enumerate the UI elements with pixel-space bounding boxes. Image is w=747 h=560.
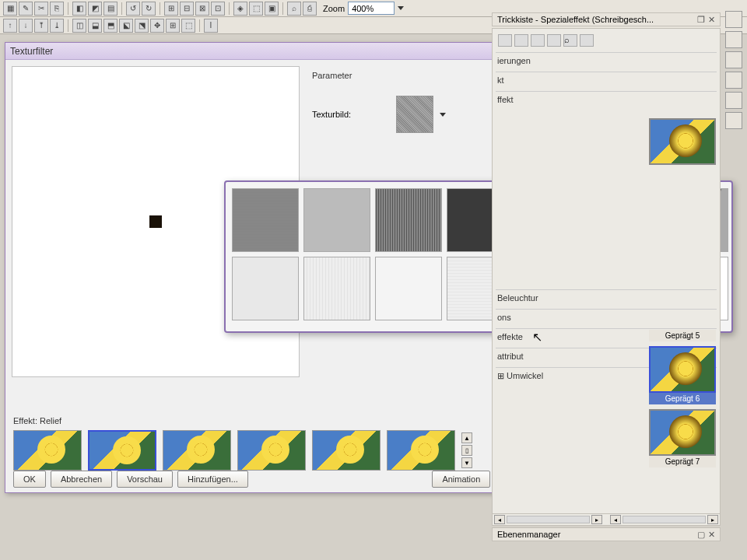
- dialog-button-row: OK Abbrechen Vorschau Hinzufügen... Anim…: [13, 471, 561, 488]
- tool-icon[interactable]: ⌕: [287, 2, 301, 16]
- scroll-up-icon[interactable]: ▲: [461, 432, 472, 443]
- scroll-track[interactable]: [622, 516, 706, 523]
- tool-icon[interactable]: ✥: [150, 19, 164, 33]
- panel-icon[interactable]: [725, 11, 742, 28]
- preset-thumb[interactable]: Geprägt 7: [649, 409, 716, 467]
- effect-strip: ▲ ▯ ▼: [13, 430, 561, 471]
- side-tab[interactable]: [580, 34, 594, 47]
- right-icon-stack: [725, 11, 745, 129]
- tool-icon[interactable]: ▤: [103, 2, 117, 16]
- tool-icon[interactable]: ⊞: [164, 2, 178, 16]
- tool-icon[interactable]: ⬚: [181, 19, 195, 33]
- texture-option[interactable]: [232, 257, 299, 320]
- tool-icon[interactable]: ◩: [88, 2, 102, 16]
- tool-icon[interactable]: ⬕: [119, 19, 133, 33]
- scroll-right-icon[interactable]: ▸: [591, 515, 602, 524]
- ebenen-title-text: Ebenenmanager: [497, 530, 560, 539]
- panel-section[interactable]: ffekt: [496, 91, 717, 107]
- tool-icon[interactable]: ⊞: [166, 19, 180, 33]
- tool-icon[interactable]: ✂: [34, 2, 48, 16]
- dialog-titlebar[interactable]: Texturfilter ✕: [5, 43, 569, 60]
- side-tab[interactable]: [531, 34, 545, 47]
- side-panel-scrollbar[interactable]: ◂ ▸ ◂ ▸: [492, 513, 721, 526]
- tool-icon[interactable]: ⤓: [50, 19, 64, 33]
- tool-icon[interactable]: ⎘: [50, 2, 64, 16]
- chevron-down-icon[interactable]: [398, 6, 404, 10]
- tool-icon[interactable]: ⊠: [195, 2, 209, 16]
- minimize-icon[interactable]: ▢: [697, 530, 705, 540]
- ok-button[interactable]: OK: [13, 471, 46, 488]
- zoom-control: Zoom: [323, 2, 404, 15]
- animation-button[interactable]: Animation: [432, 471, 490, 488]
- side-tab[interactable]: [498, 34, 512, 47]
- side-tab[interactable]: [514, 34, 528, 47]
- effect-thumb[interactable]: [13, 430, 82, 471]
- effect-thumb[interactable]: [387, 430, 455, 471]
- side-tabs: ⌕: [496, 32, 717, 49]
- tool-icon[interactable]: ⊡: [211, 2, 225, 16]
- tool-icon[interactable]: ↓: [19, 19, 33, 33]
- effect-thumb[interactable]: [163, 430, 231, 471]
- tool-icon[interactable]: ⬔: [135, 19, 149, 33]
- tool-icon[interactable]: ◫: [72, 19, 86, 33]
- scroll-left-icon[interactable]: ◂: [494, 515, 505, 524]
- tool-icon[interactable]: ◈: [233, 2, 247, 16]
- panel-section[interactable]: kt: [496, 72, 717, 88]
- tool-icon[interactable]: ⊟: [180, 2, 194, 16]
- zoom-label: Zoom: [323, 4, 345, 13]
- zoom-input[interactable]: [348, 2, 395, 15]
- panel-section[interactable]: ierungen: [496, 52, 717, 68]
- scroll-track[interactable]: [507, 516, 590, 523]
- tool-icon[interactable]: I: [204, 19, 218, 33]
- close-icon[interactable]: ✕: [708, 530, 715, 540]
- effect-label: Effekt: Relief: [13, 416, 561, 425]
- chevron-down-icon[interactable]: [440, 113, 446, 117]
- texture-option[interactable]: [232, 188, 299, 252]
- scroll-track[interactable]: ▯: [461, 445, 472, 456]
- ebenen-panel-title[interactable]: Ebenenmanager ▢✕: [492, 527, 721, 541]
- tool-icon[interactable]: ↑: [3, 19, 17, 33]
- texture-option[interactable]: [303, 188, 370, 252]
- preset-thumb[interactable]: [649, 118, 716, 165]
- tool-icon[interactable]: ⬓: [88, 19, 102, 33]
- effect-section: Effekt: Relief ▲ ▯ ▼: [13, 416, 561, 471]
- search-icon[interactable]: ⌕: [563, 34, 577, 47]
- restore-icon[interactable]: ❐: [697, 15, 705, 25]
- tool-icon[interactable]: ▣: [265, 2, 279, 16]
- side-panel-title[interactable]: Trickkiste - Spezialeffekt (Schreibgesch…: [492, 12, 721, 26]
- scroll-down-icon[interactable]: ▼: [461, 457, 472, 468]
- tool-icon[interactable]: ▦: [3, 2, 17, 16]
- texture-option[interactable]: [375, 188, 442, 252]
- tool-icon[interactable]: ↻: [142, 2, 156, 16]
- scroll-right-icon[interactable]: ▸: [707, 515, 718, 524]
- preset-thumb[interactable]: Geprägt 6: [649, 346, 716, 404]
- texture-option[interactable]: [303, 257, 370, 320]
- tool-icon[interactable]: ◧: [72, 2, 86, 16]
- effect-thumb[interactable]: [88, 430, 156, 471]
- tool-icon[interactable]: ⬒: [103, 19, 117, 33]
- tool-icon[interactable]: ⎙: [303, 2, 317, 16]
- close-icon[interactable]: ✕: [708, 15, 715, 25]
- panel-icon[interactable]: [725, 51, 742, 68]
- side-panel-title-text: Trickkiste - Spezialeffekt (Schreibgesch…: [497, 15, 654, 24]
- scroll-left-icon[interactable]: ◂: [610, 515, 621, 524]
- panel-icon[interactable]: [725, 72, 742, 89]
- preview-button[interactable]: Vorschau: [117, 471, 173, 488]
- effect-thumb[interactable]: [237, 430, 306, 471]
- side-tab[interactable]: [547, 34, 561, 47]
- panel-icon[interactable]: [725, 31, 742, 48]
- tool-icon[interactable]: ⤒: [34, 19, 48, 33]
- tool-icon[interactable]: ↺: [126, 2, 140, 16]
- preset-thumb-stack: Geprägt 5 Geprägt 6 Geprägt 7: [649, 118, 716, 467]
- texture-option[interactable]: [375, 257, 442, 320]
- texturbild-thumbnail[interactable]: [396, 96, 433, 133]
- effect-thumb[interactable]: [312, 430, 381, 471]
- preset-thumb[interactable]: Geprägt 5: [649, 330, 716, 341]
- panel-icon[interactable]: [725, 112, 742, 129]
- preview-swatch: [149, 215, 162, 228]
- add-button[interactable]: Hinzufügen...: [177, 471, 248, 488]
- cancel-button[interactable]: Abbrechen: [51, 471, 112, 488]
- tool-icon[interactable]: ⬚: [249, 2, 263, 16]
- panel-icon[interactable]: [725, 92, 742, 109]
- tool-icon[interactable]: ✎: [19, 2, 33, 16]
